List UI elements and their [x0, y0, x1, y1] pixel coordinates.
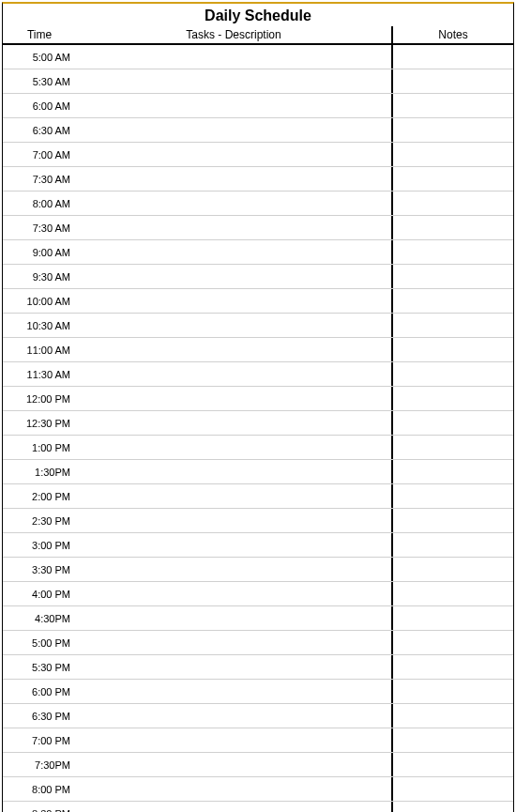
tasks-cell [76, 802, 393, 812]
tasks-cell [76, 69, 393, 93]
notes-cell [393, 460, 513, 483]
tasks-cell [76, 436, 393, 459]
time-cell: 10:30 AM [3, 320, 76, 331]
schedule-row: 7:30 AM [3, 216, 513, 240]
notes-cell [393, 582, 513, 605]
notes-cell [393, 558, 513, 581]
time-cell: 5:00 AM [3, 52, 76, 63]
schedule-row: 7:30 AM [3, 167, 513, 192]
time-cell: 6:30 PM [3, 711, 76, 722]
schedule-row: 4:30PM [3, 606, 513, 631]
schedule-row: 7:30PM [3, 753, 513, 777]
time-cell: 5:30 AM [3, 76, 76, 87]
tasks-cell [76, 265, 393, 288]
time-cell: 11:30 AM [3, 369, 76, 380]
tasks-cell [76, 704, 393, 728]
tasks-cell [76, 143, 393, 166]
time-cell: 4:30PM [3, 613, 76, 624]
time-cell: 6:00 AM [3, 100, 76, 112]
tasks-cell [76, 411, 393, 435]
notes-cell [393, 338, 513, 361]
tasks-cell [76, 167, 393, 191]
notes-cell [393, 509, 513, 532]
header-tasks: Tasks - Description [76, 26, 393, 43]
schedule-title: Daily Schedule [3, 4, 513, 26]
notes-cell [393, 143, 513, 166]
time-cell: 3:00 PM [3, 540, 76, 551]
schedule-rows: 5:00 AM5:30 AM6:00 AM6:30 AM7:00 AM7:30 … [3, 45, 513, 812]
time-cell: 8:00 AM [3, 198, 76, 209]
time-cell: 12:00 PM [3, 393, 76, 405]
notes-cell [393, 753, 513, 776]
schedule-row: 5:30 PM [3, 655, 513, 680]
schedule-row: 8:30 PM [3, 802, 513, 812]
tasks-cell [76, 631, 393, 654]
time-cell: 12:30 PM [3, 418, 76, 429]
notes-cell [393, 436, 513, 459]
tasks-cell [76, 216, 393, 239]
time-cell: 2:30 PM [3, 515, 76, 527]
notes-cell [393, 167, 513, 191]
schedule-row: 7:00 PM [3, 728, 513, 753]
daily-schedule: Daily Schedule Time Tasks - Description … [2, 2, 514, 812]
notes-cell [393, 680, 513, 703]
schedule-row: 1:30PM [3, 460, 513, 484]
tasks-cell [76, 582, 393, 605]
notes-cell [393, 606, 513, 630]
tasks-cell [76, 777, 393, 801]
notes-cell [393, 289, 513, 313]
time-cell: 10:00 AM [3, 296, 76, 307]
tasks-cell [76, 558, 393, 581]
schedule-row: 6:30 PM [3, 704, 513, 728]
notes-cell [393, 216, 513, 239]
schedule-row: 1:00 PM [3, 436, 513, 460]
notes-cell [393, 69, 513, 93]
schedule-row: 3:30 PM [3, 558, 513, 582]
time-cell: 3:30 PM [3, 564, 76, 575]
tasks-cell [76, 94, 393, 117]
time-cell: 4:00 PM [3, 589, 76, 600]
schedule-row: 12:00 PM [3, 387, 513, 411]
notes-cell [393, 411, 513, 435]
tasks-cell [76, 728, 393, 752]
notes-cell [393, 533, 513, 557]
tasks-cell [76, 362, 393, 386]
header-row: Time Tasks - Description Notes [3, 26, 513, 45]
notes-cell [393, 45, 513, 69]
tasks-cell [76, 289, 393, 313]
tasks-cell [76, 484, 393, 508]
tasks-cell [76, 240, 393, 264]
schedule-row: 12:30 PM [3, 411, 513, 436]
notes-cell [393, 192, 513, 215]
time-cell: 5:30 PM [3, 662, 76, 673]
tasks-cell [76, 606, 393, 630]
schedule-row: 7:00 AM [3, 143, 513, 167]
tasks-cell [76, 338, 393, 361]
tasks-cell [76, 509, 393, 532]
time-cell: 6:30 AM [3, 125, 76, 136]
notes-cell [393, 265, 513, 288]
notes-cell [393, 704, 513, 728]
notes-cell [393, 631, 513, 654]
notes-cell [393, 484, 513, 508]
time-cell: 6:00 PM [3, 686, 76, 697]
notes-cell [393, 240, 513, 264]
schedule-row: 5:00 PM [3, 631, 513, 655]
tasks-cell [76, 192, 393, 215]
tasks-cell [76, 387, 393, 410]
notes-cell [393, 777, 513, 801]
schedule-row: 11:30 AM [3, 362, 513, 387]
time-cell: 9:30 AM [3, 271, 76, 283]
schedule-row: 11:00 AM [3, 338, 513, 362]
notes-cell [393, 802, 513, 812]
notes-cell [393, 387, 513, 410]
notes-cell [393, 362, 513, 386]
tasks-cell [76, 680, 393, 703]
notes-cell [393, 655, 513, 679]
schedule-row: 6:00 PM [3, 680, 513, 704]
tasks-cell [76, 655, 393, 679]
schedule-row: 2:00 PM [3, 484, 513, 509]
time-cell: 7:00 AM [3, 149, 76, 161]
time-cell: 11:00 AM [3, 345, 76, 356]
tasks-cell [76, 753, 393, 776]
